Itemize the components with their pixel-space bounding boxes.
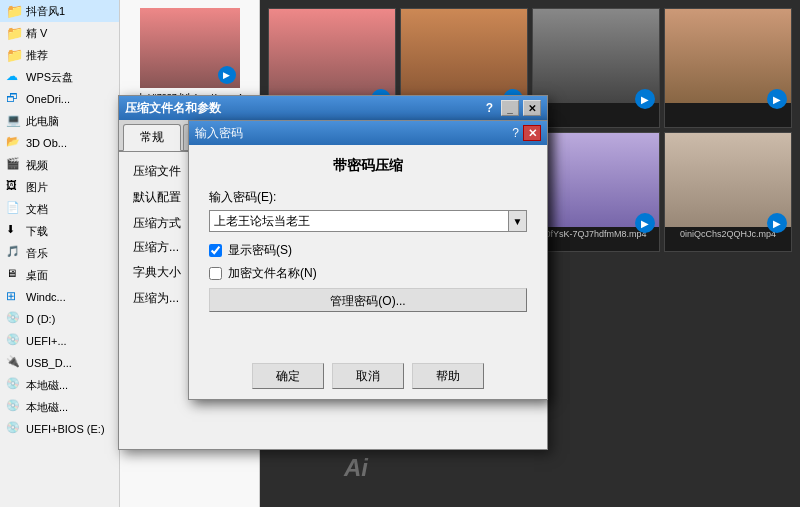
pwd-label: 输入密码(E): xyxy=(209,189,527,206)
pwd-help-icon[interactable]: ? xyxy=(512,126,519,140)
thumbnail-item[interactable]: ▶ 0iniQcChs2QQHJc.mp4 xyxy=(664,132,792,252)
disk-icon: 💿 xyxy=(6,311,22,327)
sidebar-item-douyin[interactable]: 📁 抖音风1 xyxy=(0,0,119,22)
dict-size-label: 字典大小 xyxy=(133,264,188,281)
sidebar-item-windows[interactable]: ⊞ Windc... xyxy=(0,286,119,308)
drive-icon: 🗗 xyxy=(6,91,22,107)
video-icon: 🎬 xyxy=(6,157,22,173)
compress-size-label: 压缩为... xyxy=(133,290,188,307)
show-password-checkbox[interactable] xyxy=(209,244,222,257)
windows-icon: ⊞ xyxy=(6,289,22,305)
sidebar-item-jing[interactable]: 📁 精 V xyxy=(0,22,119,44)
password-input[interactable] xyxy=(209,210,509,232)
winrar-titlebar: 压缩文件名和参数 ? _ ✕ xyxy=(119,96,547,120)
help-icon[interactable]: ? xyxy=(486,101,493,115)
pwd-titlebar: 输入密码 ? ✕ xyxy=(189,121,547,145)
sidebar-item-download[interactable]: ⬇ 下载 xyxy=(0,220,119,242)
sidebar-item-onedrive[interactable]: 🗗 OneDri... xyxy=(0,88,119,110)
show-password-row: 显示密码(S) xyxy=(209,242,527,259)
compress-method-label: 压缩方式 xyxy=(133,215,188,232)
sidebar-item-music[interactable]: 🎵 音乐 xyxy=(0,242,119,264)
thumbnail-item[interactable]: ▶ xyxy=(664,8,792,128)
thumbnail-item[interactable]: ▶ xyxy=(532,8,660,128)
password-dialog: 输入密码 ? ✕ 带密码压缩 输入密码(E): ▼ 显示密码(S) 加密文件名称… xyxy=(188,120,548,400)
sidebar-item-desktop[interactable]: 🖥 桌面 xyxy=(0,264,119,286)
pwd-cancel-button[interactable]: 取消 xyxy=(332,363,404,389)
compress-format-label: 压缩方... xyxy=(133,239,188,256)
folder3d-icon: 📂 xyxy=(6,135,22,151)
minimize-button[interactable]: _ xyxy=(501,100,519,116)
pwd-dropdown-button[interactable]: ▼ xyxy=(509,210,527,232)
music-icon: 🎵 xyxy=(6,245,22,261)
encrypt-name-row: 加密文件名称(N) xyxy=(209,265,527,282)
close-button[interactable]: ✕ xyxy=(523,100,541,116)
pwd-help-button[interactable]: 帮助 xyxy=(412,363,484,389)
computer-icon: 💻 xyxy=(6,113,22,129)
disk-icon: 💿 xyxy=(6,377,22,393)
sidebar-item-uefi2[interactable]: 💿 UEFI+BIOS (E:) xyxy=(0,418,119,440)
file-preview-1[interactable]: ▶ xyxy=(140,8,240,88)
show-password-label: 显示密码(S) xyxy=(228,242,292,259)
sidebar-item-doc[interactable]: 📄 文档 xyxy=(0,198,119,220)
compress-file-label: 压缩文件 xyxy=(133,163,188,180)
sidebar-item-video[interactable]: 🎬 视频 xyxy=(0,154,119,176)
play-icon: ▶ xyxy=(767,213,787,233)
pwd-footer: 确定 取消 帮助 xyxy=(189,363,547,389)
disk-icon: 💿 xyxy=(6,399,22,415)
usb-icon: 🔌 xyxy=(6,355,22,371)
sidebar-item-usb[interactable]: 🔌 USB_D... xyxy=(0,352,119,374)
sidebar-item-uefi1[interactable]: 💿 UEFI+... xyxy=(0,330,119,352)
default-config-label: 默认配置 xyxy=(133,189,188,206)
winrar-title: 压缩文件名和参数 xyxy=(125,100,221,117)
pwd-close-button[interactable]: ✕ xyxy=(523,125,541,141)
pwd-ok-button[interactable]: 确定 xyxy=(252,363,324,389)
thumbnail-item[interactable]: ▶ 0fYsK-7QJ7hdfmM8.mp4 xyxy=(532,132,660,252)
sidebar-item-wps[interactable]: ☁ WPS云盘 xyxy=(0,66,119,88)
download-icon: ⬇ xyxy=(6,223,22,239)
sidebar-item-computer[interactable]: 💻 此电脑 xyxy=(0,110,119,132)
sidebar-item-3dobj[interactable]: 📂 3D Ob... xyxy=(0,132,119,154)
explorer-sidebar: 📁 抖音风1 📁 精 V 📁 推荐 ☁ WPS云盘 🗗 OneDri... 💻 … xyxy=(0,0,120,507)
disk-icon: 💿 xyxy=(6,333,22,349)
disk-icon: 💿 xyxy=(6,421,22,437)
sidebar-item-local2[interactable]: 💿 本地磁... xyxy=(0,396,119,418)
cloud-icon: ☁ xyxy=(6,69,22,85)
encrypt-name-label: 加密文件名称(N) xyxy=(228,265,317,282)
manage-password-button[interactable]: 管理密码(O)... xyxy=(209,288,527,312)
desktop-icon: 🖥 xyxy=(6,267,22,283)
pwd-title: 输入密码 xyxy=(195,125,243,142)
sidebar-item-tuijian[interactable]: 📁 推荐 xyxy=(0,44,119,66)
pwd-inner-title: 带密码压缩 xyxy=(189,145,547,183)
pwd-body: 输入密码(E): ▼ 显示密码(S) 加密文件名称(N) 管理密码(O)... xyxy=(189,183,547,318)
play-icon: ▶ xyxy=(767,89,787,109)
sidebar-item-image[interactable]: 🖼 图片 xyxy=(0,176,119,198)
play-icon: ▶ xyxy=(635,213,655,233)
sidebar-item-local1[interactable]: 💿 本地磁... xyxy=(0,374,119,396)
tab-general[interactable]: 常规 xyxy=(123,124,181,151)
play-icon: ▶ xyxy=(635,89,655,109)
encrypt-name-checkbox[interactable] xyxy=(209,267,222,280)
folder-icon: 📁 xyxy=(6,25,22,41)
sidebar-item-d-drive[interactable]: 💿 D (D:) xyxy=(0,308,119,330)
doc-icon: 📄 xyxy=(6,201,22,217)
image-icon: 🖼 xyxy=(6,179,22,195)
folder-icon: 📁 xyxy=(6,47,22,63)
pwd-input-row: ▼ xyxy=(209,210,527,232)
folder-icon: 📁 xyxy=(6,3,22,19)
